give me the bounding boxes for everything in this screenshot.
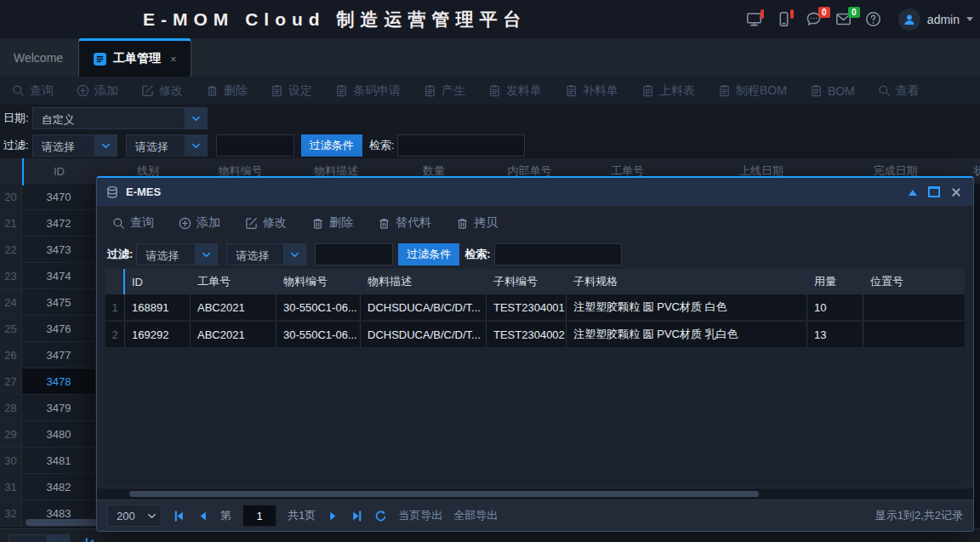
clipboard-icon — [424, 84, 436, 97]
chat-count-badge: 0 — [818, 7, 830, 18]
header-material-no[interactable]: 物料编号 — [276, 269, 361, 294]
next-page-icon[interactable] — [327, 510, 339, 522]
cell-material-no: 30-550C1-06... — [276, 294, 361, 320]
mail-button[interactable]: 0 — [834, 9, 854, 30]
dialog-titlebar[interactable]: E-MES — [97, 178, 973, 206]
horizontal-scrollbar-thumb[interactable] — [26, 519, 97, 526]
dialog-search-input[interactable] — [494, 243, 622, 265]
dialog-substitute-button[interactable]: 替代料 — [378, 215, 431, 231]
dialog-horizontal-scrollbar[interactable] — [97, 488, 973, 499]
user-menu[interactable]: admin — [898, 9, 973, 31]
date-select-value: 自定义 — [33, 108, 185, 128]
dialog-query-button[interactable]: 查询 — [112, 215, 154, 231]
toolbar-refill-slip-button[interactable]: 补料单 — [565, 83, 618, 99]
header-usage-qty[interactable]: 用量 — [807, 269, 863, 294]
toolbar-refill-slip-label: 补料单 — [583, 83, 618, 99]
bom-table-row[interactable]: 1 168891 ABC2021 30-550C1-06... DCHSDUCA… — [105, 294, 965, 322]
toolbar-process-bom-button[interactable]: 制程BOM — [718, 83, 787, 99]
close-icon[interactable] — [951, 187, 961, 197]
app-title: E-MOM Cloud 制造运营管理平台 — [143, 0, 527, 38]
first-page-icon[interactable] — [83, 537, 96, 542]
cell-id: 3477 — [22, 342, 96, 368]
header-id[interactable]: ID — [22, 158, 96, 184]
cell-id: 168891 — [125, 294, 191, 320]
tab-work-order-management[interactable]: 工单管理 × — [78, 38, 191, 77]
cell-position-no — [863, 322, 963, 347]
row-number: 23 — [0, 263, 22, 289]
filter-field-select[interactable]: 请选择 — [32, 134, 117, 157]
toolbar-add-button[interactable]: 添加 — [77, 83, 118, 99]
header-work-order-no[interactable]: 工单号 — [191, 269, 276, 294]
phone-alert-badge — [790, 9, 794, 19]
export-current-page-link[interactable]: 当页导出 — [398, 508, 442, 523]
cell-id: 169292 — [125, 322, 191, 347]
cell-material-no: 30-550C1-06... — [276, 322, 361, 347]
table-empty-area — [105, 349, 965, 488]
header-material-desc[interactable]: 物料描述 — [361, 269, 487, 294]
search-input[interactable] — [397, 134, 525, 157]
dialog-pagination-bar: 200 第 共1页 当页导出 全部导出 显示1到2,共2记录 — [97, 499, 973, 531]
cell-id: 3473 — [22, 237, 96, 263]
date-select[interactable]: 自定义 — [32, 107, 208, 129]
filter-value-input[interactable] — [216, 134, 294, 157]
row-number: 26 — [0, 342, 22, 368]
maximize-icon[interactable] — [928, 186, 940, 197]
header-rownum — [0, 158, 22, 184]
last-page-icon[interactable] — [350, 510, 363, 522]
dialog-add-button[interactable]: 添加 — [179, 215, 220, 231]
dialog-filter-field-select[interactable]: 请选择 — [136, 243, 218, 265]
plus-circle-icon — [179, 217, 191, 230]
dialog-query-label: 查询 — [130, 215, 154, 231]
dialog-filter-condition-button[interactable]: 过滤条件 — [398, 243, 459, 265]
collapse-icon[interactable] — [909, 185, 917, 196]
mobile-button[interactable] — [774, 9, 795, 30]
dialog-copy-button[interactable]: 拷贝 — [456, 215, 498, 231]
page-number-input[interactable] — [242, 505, 276, 527]
toolbar-view-button[interactable]: 查看 — [878, 83, 920, 99]
tab-welcome-label: Welcome — [14, 51, 63, 65]
toolbar-delete-label: 删除 — [224, 83, 248, 99]
filter-condition-button[interactable]: 过滤条件 — [301, 134, 362, 157]
toolbar-set-button[interactable]: 设定 — [271, 83, 312, 99]
cell-sub-material-no: TEST2304001 — [487, 294, 567, 320]
toolbar-issue-slip-button[interactable]: 发料单 — [488, 83, 542, 99]
bom-table: ID 工单号 物料编号 物料描述 子料编号 子料规格 用量 位置号 1 1688… — [105, 269, 965, 349]
header-sub-material-no[interactable]: 子料编号 — [487, 269, 567, 294]
row-number: 27 — [0, 368, 22, 395]
refresh-icon[interactable] — [374, 510, 387, 522]
toolbar-process-bom-label: 制程BOM — [736, 83, 787, 99]
tab-close-icon[interactable]: × — [170, 53, 177, 66]
page-size-select[interactable]: 200 — [107, 505, 162, 527]
toolbar-delete-button[interactable]: 删除 — [206, 83, 248, 99]
cell-position-no — [863, 294, 963, 320]
row-number: 21 — [0, 210, 22, 237]
prev-page-icon[interactable] — [197, 510, 209, 522]
dialog-filter-value-input[interactable] — [315, 243, 393, 265]
first-page-icon[interactable] — [173, 510, 185, 522]
active-column-indicator — [22, 158, 24, 185]
plus-circle-icon — [77, 84, 89, 97]
toolbar-bom-button[interactable]: BOM — [810, 84, 855, 98]
help-button[interactable] — [863, 9, 884, 30]
bom-table-row[interactable]: 2 169292 ABC2021 30-550C1-06... DCHSDUCA… — [105, 322, 965, 349]
toolbar-edit-button[interactable]: 修改 — [141, 83, 183, 99]
dialog-filter-operator-select[interactable]: 请选择 — [226, 243, 306, 265]
header-sub-material-spec[interactable]: 子料规格 — [567, 269, 807, 294]
dialog-delete-button[interactable]: 删除 — [311, 215, 353, 231]
header-position-no[interactable]: 位置号 — [863, 269, 963, 294]
page-size-value: 200 — [9, 535, 47, 542]
header-id[interactable]: ID — [125, 269, 191, 294]
toolbar-query-button[interactable]: 查询 — [12, 83, 54, 99]
tab-welcome[interactable]: Welcome — [0, 38, 77, 77]
filter-operator-select[interactable]: 请选择 — [126, 134, 208, 157]
page-size-select[interactable]: 200 — [9, 534, 70, 542]
dialog-edit-button[interactable]: 修改 — [245, 215, 287, 231]
dialog-search-label: 检索: — [463, 247, 493, 262]
horizontal-scrollbar-thumb[interactable] — [129, 491, 759, 497]
messages-button[interactable]: 0 — [804, 9, 824, 30]
toolbar-generate-button[interactable]: 产生 — [424, 83, 465, 99]
desktop-monitor-button[interactable] — [744, 9, 765, 30]
export-all-link[interactable]: 全部导出 — [453, 508, 498, 523]
toolbar-barcode-request-button[interactable]: 条码申请 — [335, 83, 401, 99]
toolbar-loading-table-button[interactable]: 上料表 — [641, 83, 695, 99]
